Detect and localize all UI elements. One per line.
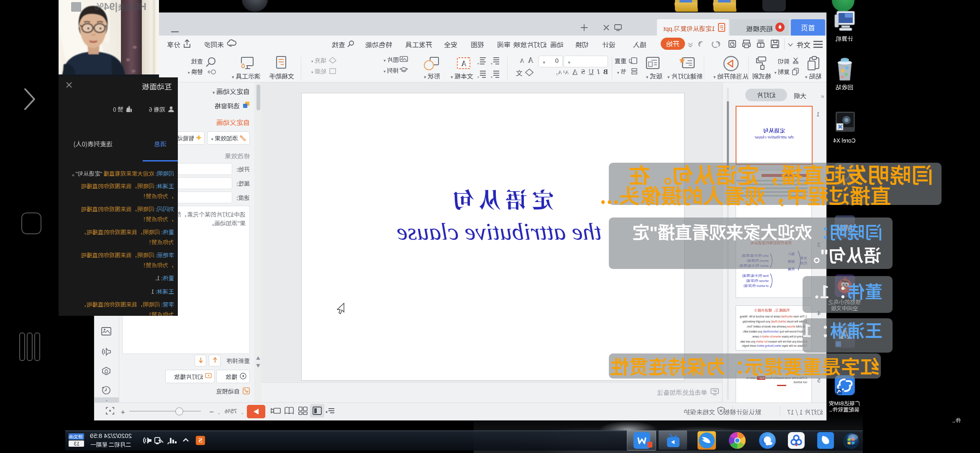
svg-text:that 作(主语/宾语): that 作(主语/宾语) bbox=[742, 273, 769, 278]
svg-text:3.A child whose parents are de: 3.A child whose parents are dead is call… bbox=[747, 324, 807, 328]
svg-text:6.Could you tell me the reason: 6.Could you tell me the reason for which… bbox=[739, 339, 807, 343]
svg-text:of which 作(定语): of which 作(定语) bbox=[744, 283, 769, 288]
svg-text:▾: ▾ bbox=[477, 61, 479, 66]
svg-text:our school.: our school. bbox=[793, 380, 807, 384]
svg-text:5.Jenny is the place where/in: 5.Jenny is the place where/in which I ca… bbox=[752, 334, 807, 338]
svg-text:A: A bbox=[461, 59, 467, 68]
svg-text:7.Class on the days when/durin: 7.Class on the days when/during which wo… bbox=[741, 343, 807, 348]
svg-text:▾: ▾ bbox=[491, 61, 493, 66]
svg-text:2.I like the book (which/that): 2.I like the book (which/that) you bough… bbox=[742, 319, 807, 323]
svg-text:4.I don't know the boy (whom/t: 4.I don't know the boy (whom/that) you t… bbox=[742, 329, 807, 333]
svg-text:▾: ▾ bbox=[477, 74, 479, 79]
svg-text:巩固练习，精讲点拨②: 巩固练习，精讲点拨② bbox=[754, 307, 790, 312]
svg-text:▾: ▾ bbox=[491, 74, 493, 79]
svg-text:1.The man who/that came to see: 1.The man who/that came to see school is… bbox=[739, 314, 807, 318]
svg-text:whose 作(定语): whose 作(定语) bbox=[746, 278, 769, 283]
